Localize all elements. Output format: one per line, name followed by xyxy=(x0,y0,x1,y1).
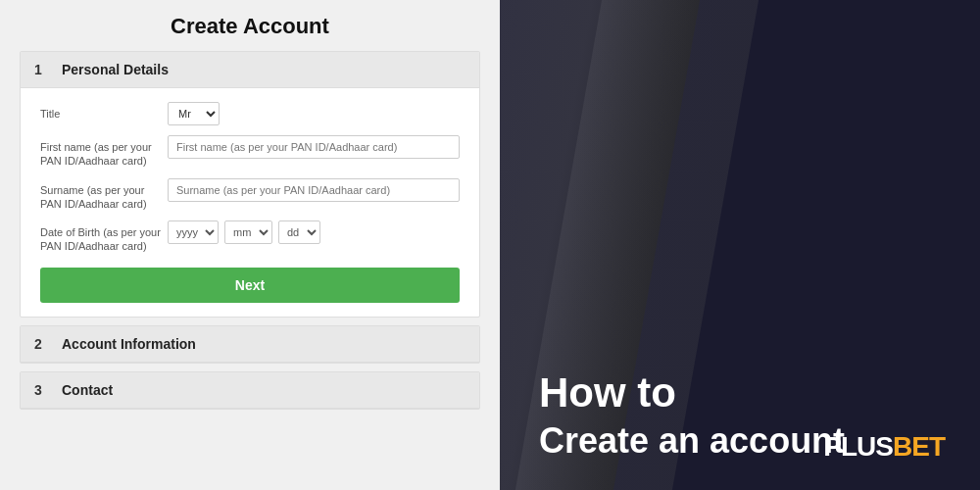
section-3-title: Contact xyxy=(62,382,113,398)
title-row: Title Mr Mrs Ms Dr xyxy=(40,102,460,125)
section-2-number: 2 xyxy=(34,336,50,352)
section-contact: 3 Contact xyxy=(20,371,480,410)
section-2-title: Account Information xyxy=(62,336,196,352)
dob-label: Date of Birth (as per your PAN ID/Aadhaa… xyxy=(40,220,168,254)
firstname-label: First name (as per your PAN ID/Aadhaar c… xyxy=(40,135,168,169)
surname-label: Surname (as per your PAN ID/Aadhaar card… xyxy=(40,178,168,212)
logo: PLUS BET xyxy=(823,431,945,463)
section-1-title: Personal Details xyxy=(62,62,169,77)
firstname-row: First name (as per your PAN ID/Aadhaar c… xyxy=(40,135,460,169)
page-title: Create Account xyxy=(20,14,480,39)
create-account-line: Create an account xyxy=(539,421,845,461)
firstname-control xyxy=(168,135,460,159)
dob-control: yyyy mm dd xyxy=(168,220,460,244)
right-content: How to Create an account xyxy=(539,370,845,461)
section-1-body: Title Mr Mrs Ms Dr First name (as per yo… xyxy=(21,88,479,317)
section-1-number: 1 xyxy=(34,62,50,77)
section-1-header[interactable]: 1 Personal Details xyxy=(21,52,479,88)
section-account-info: 2 Account Information xyxy=(20,325,480,364)
section-2-header[interactable]: 2 Account Information xyxy=(21,326,479,363)
dob-selects: yyyy mm dd xyxy=(168,220,460,244)
section-personal-details: 1 Personal Details Title Mr Mrs Ms Dr Fi… xyxy=(20,51,480,318)
dob-row: Date of Birth (as per your PAN ID/Aadhaa… xyxy=(40,220,460,254)
dob-day-select[interactable]: dd xyxy=(278,220,320,244)
next-button[interactable]: Next xyxy=(40,268,460,303)
dob-year-select[interactable]: yyyy xyxy=(168,220,219,244)
left-panel: Create Account 1 Personal Details Title … xyxy=(0,0,500,490)
surname-control xyxy=(168,178,460,202)
logo-bet-text: BET xyxy=(893,431,945,463)
firstname-input[interactable] xyxy=(168,135,460,159)
how-to-line: How to xyxy=(539,370,845,416)
dob-month-select[interactable]: mm xyxy=(224,220,272,244)
title-label: Title xyxy=(40,102,168,121)
title-control: Mr Mrs Ms Dr xyxy=(168,102,460,125)
logo-plus-text: PLUS xyxy=(823,431,893,463)
title-select[interactable]: Mr Mrs Ms Dr xyxy=(168,102,220,125)
section-3-header[interactable]: 3 Contact xyxy=(21,372,479,409)
right-panel: How to Create an account PLUS BET xyxy=(500,0,980,490)
surname-row: Surname (as per your PAN ID/Aadhaar card… xyxy=(40,178,460,212)
section-3-number: 3 xyxy=(34,382,50,398)
surname-input[interactable] xyxy=(168,178,460,202)
